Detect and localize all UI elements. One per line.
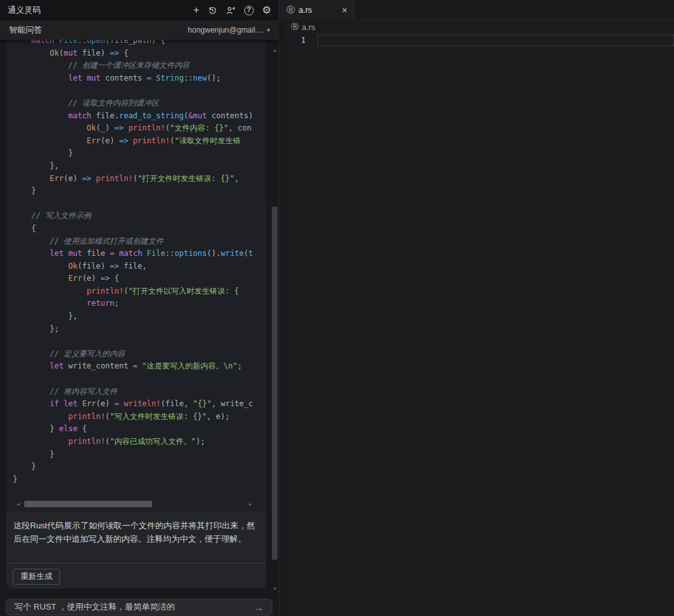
horizontal-scroll-thumb[interactable] (24, 501, 152, 507)
qa-header: 智能问答 hongwenjun@gmail.... ▾ (0, 20, 279, 40)
user-feedback-icon[interactable] (226, 6, 236, 15)
send-icon[interactable]: → (254, 602, 263, 613)
code-block: match File::open(file_path) { Ok(mut fil… (6, 40, 266, 486)
panel-title: 通义灵码 (8, 4, 41, 16)
settings-gear-icon[interactable]: ⚙ (262, 5, 271, 15)
message-footer: 重新生成 (6, 563, 266, 588)
account-dropdown[interactable]: hongwenjun@gmail.... ▾ (188, 26, 270, 35)
scroll-right-icon[interactable]: ▸ (249, 501, 252, 507)
chat-input-bar: 写个 RUST ，使用中文注释，最简单简洁的 → (0, 595, 278, 616)
tab-label: a.rs (299, 6, 312, 15)
current-line-highlight (317, 35, 674, 46)
assistant-message-card: match File::open(file_path) { Ok(mut fil… (6, 40, 266, 588)
close-icon[interactable]: × (342, 5, 347, 15)
rust-file-icon: Ⓡ (286, 6, 295, 14)
editor-tab-bar: Ⓡ a.rs × (280, 0, 674, 20)
editor-region: Ⓡ a.rs × Ⓡ a.rs 1 (280, 0, 674, 616)
editor-body[interactable]: 1 (280, 35, 674, 613)
chat-message-list: match File::open(file_path) { Ok(mut fil… (0, 40, 279, 595)
tab-a-rs[interactable]: Ⓡ a.rs × (280, 0, 354, 20)
code-area[interactable]: match File::open(file_path) { Ok(mut fil… (6, 40, 266, 512)
account-email: hongwenjun@gmail.... (188, 26, 264, 35)
new-session-icon[interactable]: + (193, 5, 199, 15)
qa-title: 智能问答 (9, 24, 42, 36)
breadcrumb-item-file[interactable]: a.rs (302, 23, 315, 32)
chevron-down-icon: ▾ (267, 27, 270, 33)
scroll-left-icon[interactable]: ◂ (17, 501, 20, 507)
assistant-explanation: 这段Rust代码展示了如何读取一个文件的内容并将其打印出来，然后在同一文件中追加… (6, 512, 266, 563)
rust-file-icon: Ⓡ (291, 23, 299, 31)
line-number: 1 (280, 35, 306, 46)
help-icon[interactable]: ? (244, 6, 254, 15)
code-horizontal-scrollbar: ◂ ▸ (6, 500, 266, 508)
chat-input-value: 写个 RUST ，使用中文注释，最简单简洁的 (15, 601, 175, 613)
history-icon[interactable] (208, 6, 217, 15)
chat-input[interactable]: 写个 RUST ，使用中文注释，最简单简洁的 → (6, 599, 272, 615)
regenerate-button[interactable]: 重新生成 (13, 569, 60, 585)
scroll-down-icon[interactable]: ▾ (273, 585, 276, 592)
vertical-scroll-thumb[interactable] (272, 207, 278, 560)
breadcrumb: Ⓡ a.rs (280, 20, 674, 35)
chat-toolbar: + ? ⚙ (193, 5, 271, 15)
chat-title-bar: 通义灵码 + ? ⚙ (0, 0, 279, 20)
scroll-up-icon[interactable]: ▴ (273, 47, 276, 53)
chat-panel: 通义灵码 + ? ⚙ 智能问答 hong (0, 0, 279, 616)
